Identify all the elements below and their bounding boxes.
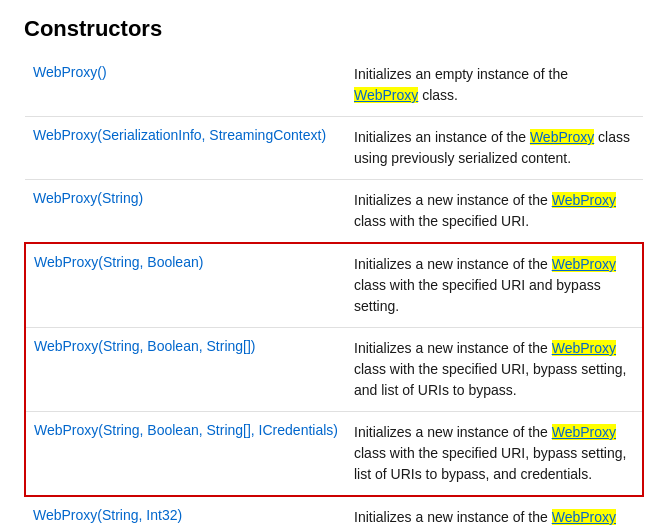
webproxy-link[interactable]: WebProxy (552, 509, 616, 525)
constructors-table: WebProxy()Initializes an empty instance … (24, 54, 644, 526)
webproxy-link[interactable]: WebProxy (552, 192, 616, 208)
table-row: WebProxy(String, Int32)Initializes a new… (25, 496, 643, 526)
constructor-description: Initializes an instance of the WebProxy … (346, 117, 643, 180)
webproxy-link[interactable]: WebProxy (552, 256, 616, 272)
constructor-method[interactable]: WebProxy(SerializationInfo, StreamingCon… (25, 117, 346, 180)
webproxy-link[interactable]: WebProxy (354, 87, 418, 103)
constructor-method[interactable]: WebProxy(String, Boolean, String[]) (25, 328, 346, 412)
webproxy-link[interactable]: WebProxy (530, 129, 594, 145)
table-row: WebProxy(SerializationInfo, StreamingCon… (25, 117, 643, 180)
constructor-method[interactable]: WebProxy() (25, 54, 346, 117)
constructor-method[interactable]: WebProxy(String) (25, 180, 346, 244)
page-title: Constructors (24, 16, 644, 42)
table-row: WebProxy()Initializes an empty instance … (25, 54, 643, 117)
table-row: WebProxy(String)Initializes a new instan… (25, 180, 643, 244)
constructor-description: Initializes a new instance of the WebPro… (346, 328, 643, 412)
table-row: WebProxy(String, Boolean, String[], ICre… (25, 412, 643, 497)
table-row: WebProxy(String, Boolean, String[])Initi… (25, 328, 643, 412)
constructor-description: Initializes a new instance of the WebPro… (346, 243, 643, 328)
webproxy-link[interactable]: WebProxy (552, 424, 616, 440)
table-row: WebProxy(String, Boolean)Initializes a n… (25, 243, 643, 328)
constructor-description: Initializes a new instance of the WebPro… (346, 412, 643, 497)
constructor-description: Initializes an empty instance of the Web… (346, 54, 643, 117)
constructor-description: Initializes a new instance of the WebPro… (346, 180, 643, 244)
constructor-method[interactable]: WebProxy(String, Int32) (25, 496, 346, 526)
constructor-description: Initializes a new instance of the WebPro… (346, 496, 643, 526)
constructor-method[interactable]: WebProxy(String, Boolean) (25, 243, 346, 328)
constructor-method[interactable]: WebProxy(String, Boolean, String[], ICre… (25, 412, 346, 497)
webproxy-link[interactable]: WebProxy (552, 340, 616, 356)
